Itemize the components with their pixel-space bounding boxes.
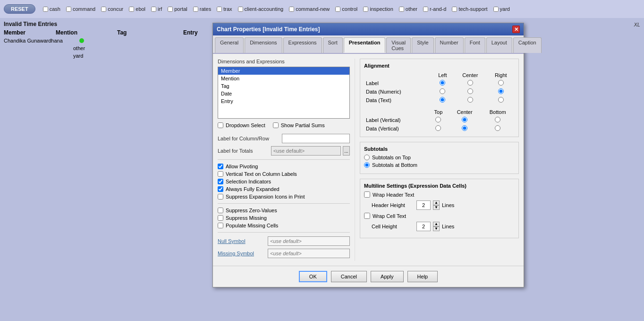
ok-button[interactable]: OK	[299, 271, 327, 282]
label-vert-bottom-radio[interactable]	[495, 117, 500, 122]
dimensions-listbox[interactable]: Member Mention Tag Date Entry	[218, 67, 350, 119]
tab-command-checkbox[interactable]	[66, 7, 71, 12]
missing-symbol-input[interactable]	[268, 249, 350, 258]
numeric-align-center-radio[interactable]	[467, 88, 473, 94]
dropdown-select-checkbox[interactable]	[218, 122, 223, 128]
suppress-expansion-checkbox[interactable]	[218, 194, 223, 200]
tab-caption[interactable]: Caption	[513, 37, 542, 53]
listbox-item-mention[interactable]: Mention	[218, 75, 349, 82]
tab-command-new-checkbox[interactable]	[289, 7, 294, 12]
label-align-center-radio[interactable]	[467, 80, 473, 86]
tab-general[interactable]: General	[215, 37, 244, 53]
tab-concur-checkbox[interactable]	[101, 7, 106, 12]
tab-command[interactable]: command	[64, 5, 97, 13]
tab-visual-cues[interactable]: Visual Cues	[386, 37, 411, 53]
listbox-item-entry[interactable]: Entry	[218, 97, 349, 105]
text-align-right-radio[interactable]	[498, 97, 504, 103]
tab-yard-checkbox[interactable]	[493, 7, 499, 12]
tab-tech-support-checkbox[interactable]	[452, 7, 457, 12]
listbox-item-tag[interactable]: Tag	[218, 82, 349, 90]
label-totals-input[interactable]	[271, 146, 341, 156]
wrap-cell-checkbox[interactable]	[364, 213, 370, 219]
tab-cash-checkbox[interactable]	[43, 7, 48, 12]
apply-button[interactable]: Apply	[371, 271, 404, 282]
dialog-close-button[interactable]: ✕	[512, 26, 520, 33]
tab-font[interactable]: Font	[465, 37, 485, 53]
label-totals-browse-button[interactable]: ...	[343, 146, 350, 156]
null-symbol-label[interactable]: Null Symbol	[218, 238, 265, 244]
label-align-left-radio[interactable]	[440, 80, 445, 86]
null-symbol-input[interactable]	[268, 236, 350, 246]
tab-ebol-checkbox[interactable]	[129, 7, 134, 12]
tab-trax-checkbox[interactable]	[217, 7, 222, 12]
tab-other-checkbox[interactable]	[399, 7, 404, 12]
tab-inspection[interactable]: inspection	[361, 5, 395, 13]
tab-irf[interactable]: irf	[149, 5, 164, 13]
subtotals-at-bottom-radio[interactable]	[364, 162, 370, 168]
selection-indicators-checkbox[interactable]	[218, 179, 223, 184]
cell-height-input[interactable]	[416, 222, 431, 231]
header-height-down[interactable]: ▼	[433, 205, 440, 210]
tab-cash[interactable]: cash	[41, 5, 62, 13]
reset-button[interactable]: RESET	[4, 4, 35, 14]
tab-irf-checkbox[interactable]	[151, 7, 156, 12]
data-vert-top-radio[interactable]	[435, 125, 441, 131]
tab-tech-support[interactable]: tech-support	[450, 5, 489, 13]
cancel-button[interactable]: Cancel	[331, 271, 367, 282]
tab-dimensions[interactable]: Dimensions	[245, 37, 282, 53]
tab-yard[interactable]: yard	[491, 5, 512, 13]
listbox-item-member[interactable]: Member	[218, 67, 349, 75]
tab-control-checkbox[interactable]	[335, 7, 340, 12]
tab-sort[interactable]: Sort	[323, 37, 343, 53]
label-vert-top-radio[interactable]	[435, 117, 441, 122]
text-align-center-radio[interactable]	[467, 97, 473, 103]
tab-client-accounting[interactable]: client-accounting	[236, 5, 286, 13]
tab-rates[interactable]: rates	[191, 5, 213, 13]
header-height-input[interactable]	[416, 200, 431, 210]
header-height-spinner[interactable]: ▲ ▼	[433, 200, 440, 210]
tab-ebol[interactable]: ebol	[127, 5, 147, 13]
tab-presentation[interactable]: Presentation	[344, 37, 386, 53]
tab-other[interactable]: other	[397, 5, 419, 13]
tab-portal[interactable]: portal	[166, 5, 189, 13]
missing-symbol-label[interactable]: Missing Symbol	[218, 251, 265, 256]
label-align-right-radio[interactable]	[498, 80, 504, 86]
data-vert-center-radio[interactable]	[462, 125, 467, 131]
tab-client-accounting-checkbox[interactable]	[238, 7, 243, 12]
tab-expressions[interactable]: Expressions	[283, 37, 322, 53]
populate-missing-checkbox[interactable]	[218, 223, 223, 228]
show-partial-sums-checkbox[interactable]	[273, 122, 279, 128]
tab-number[interactable]: Number	[435, 37, 464, 53]
numeric-align-right-radio[interactable]	[498, 88, 504, 94]
listbox-item-date[interactable]: Date	[218, 90, 349, 97]
subtotals-on-top-radio[interactable]	[364, 155, 370, 160]
data-vert-bottom-radio[interactable]	[495, 125, 500, 131]
dialog-footer: OK Cancel Apply Help	[213, 266, 524, 287]
tab-r-and-d[interactable]: r-and-d	[421, 5, 448, 13]
tab-concur[interactable]: concur	[99, 5, 125, 13]
allow-pivoting-checkbox[interactable]	[218, 164, 223, 169]
text-align-left-radio[interactable]	[440, 97, 445, 103]
vertical-text-checkbox[interactable]	[218, 171, 223, 177]
cell-height-down[interactable]: ▼	[433, 226, 440, 231]
tab-portal-checkbox[interactable]	[168, 7, 173, 12]
cell-height-up[interactable]: ▲	[433, 222, 440, 226]
always-fully-expanded-checkbox[interactable]	[218, 186, 223, 192]
label-column-input[interactable]	[282, 134, 350, 143]
tab-style[interactable]: Style	[412, 37, 433, 53]
tab-trax[interactable]: trax	[215, 5, 234, 13]
help-button[interactable]: Help	[407, 271, 438, 282]
tab-control[interactable]: control	[333, 5, 359, 13]
tab-layout[interactable]: Layout	[486, 37, 512, 53]
tab-command-new[interactable]: command-new	[287, 5, 331, 13]
suppress-missing-checkbox[interactable]	[218, 215, 223, 221]
tab-inspection-checkbox[interactable]	[363, 7, 368, 12]
label-vert-center-radio[interactable]	[462, 117, 467, 122]
cell-height-spinner[interactable]: ▲ ▼	[433, 222, 440, 231]
tab-r-and-d-checkbox[interactable]	[423, 7, 428, 12]
suppress-zeros-checkbox[interactable]	[218, 208, 223, 213]
tab-rates-checkbox[interactable]	[193, 7, 198, 12]
header-height-up[interactable]: ▲	[433, 200, 440, 205]
numeric-align-left-radio[interactable]	[440, 88, 445, 94]
wrap-header-checkbox[interactable]	[364, 191, 370, 198]
